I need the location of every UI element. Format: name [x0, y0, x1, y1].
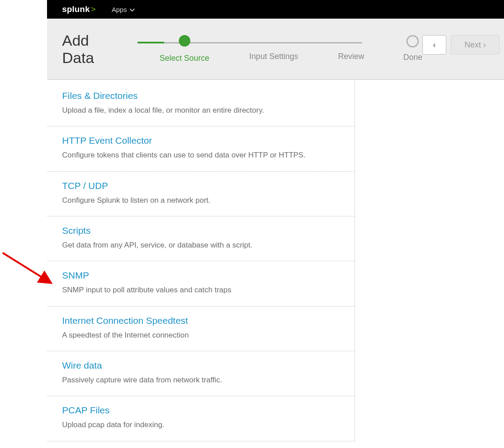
source-list: Files & Directories Upload a file, index… [47, 80, 355, 441]
source-item-desc: A speedtest of the Internet connection [62, 330, 339, 341]
source-item-snmp[interactable]: SNMP SNMP input to poll attribute values… [47, 261, 354, 306]
source-item-title: Files & Directories [62, 90, 339, 101]
source-item-tcp-udp[interactable]: TCP / UDP Configure Splunk to listen on … [47, 172, 354, 216]
source-item-title: HTTP Event Collector [62, 135, 339, 146]
source-item-desc: Upload pcap data for indexing. [62, 419, 339, 431]
splunk-logo: splunk> [62, 4, 96, 14]
wizard-progress: Select Source Input Settings Review Done… [138, 35, 504, 63]
svg-line-1 [3, 253, 50, 282]
source-item-title: TCP / UDP [62, 181, 339, 191]
page-title: Add Data [62, 32, 115, 67]
wizard-step-review[interactable]: Review [338, 35, 364, 61]
next-button[interactable]: Next › [451, 35, 500, 55]
chevron-down-icon [130, 6, 135, 13]
wizard-node-icon [179, 35, 190, 47]
source-item-desc: Upload a file, index a local file, or mo… [62, 105, 339, 116]
source-item-pcap-files[interactable]: PCAP Files Upload pcap data for indexing… [47, 396, 354, 441]
wizard-step-label: Done [403, 53, 422, 62]
source-item-desc: Get data from any API, service, or datab… [62, 240, 339, 251]
source-item-desc: Passively capture wire data from network… [62, 374, 339, 386]
source-item-desc: Configure Splunk to listen on a network … [62, 195, 339, 206]
source-item-desc: Configure tokens that clients can use to… [62, 149, 339, 161]
source-item-title: SNMP [62, 270, 339, 281]
source-item-title: PCAP Files [62, 405, 339, 416]
wizard-step-label: Select Source [160, 54, 209, 63]
top-nav: splunk> Apps [47, 0, 504, 19]
source-item-desc: SNMP input to poll attribute values and … [62, 284, 339, 296]
wizard-step-input-settings[interactable]: Input Settings [249, 35, 298, 61]
apps-menu-label: Apps [112, 6, 127, 13]
source-item-http-event-collector[interactable]: HTTP Event Collector Configure tokens th… [47, 126, 354, 171]
source-item-internet-speedtest[interactable]: Internet Connection Speedtest A speedtes… [47, 307, 354, 351]
source-item-files-directories[interactable]: Files & Directories Upload a file, index… [47, 80, 354, 126]
source-item-wire-data[interactable]: Wire data Passively capture wire data fr… [47, 351, 354, 396]
logo-text: splunk [62, 4, 90, 14]
logo-caret-icon: > [91, 4, 95, 14]
source-item-title: Internet Connection Speedtest [62, 315, 339, 326]
nav-buttons: ‹ Next › [422, 35, 500, 55]
wizard-step-label: Input Settings [249, 52, 298, 61]
wizard-step-done[interactable]: Done [403, 35, 422, 62]
apps-menu[interactable]: Apps [112, 6, 135, 13]
wizard-step-label: Review [338, 52, 364, 61]
source-item-title: Scripts [62, 225, 339, 236]
back-button[interactable]: ‹ [422, 35, 446, 55]
wizard-step-select-source[interactable]: Select Source [160, 35, 209, 63]
next-button-label: Next › [465, 40, 486, 50]
header-section: Add Data Select Source Input Settings Re… [47, 19, 504, 80]
source-item-title: Wire data [62, 360, 339, 371]
chevron-left-icon: ‹ [433, 40, 436, 50]
source-item-scripts[interactable]: Scripts Get data from any API, service, … [47, 216, 354, 261]
wizard-node-icon [406, 35, 419, 47]
